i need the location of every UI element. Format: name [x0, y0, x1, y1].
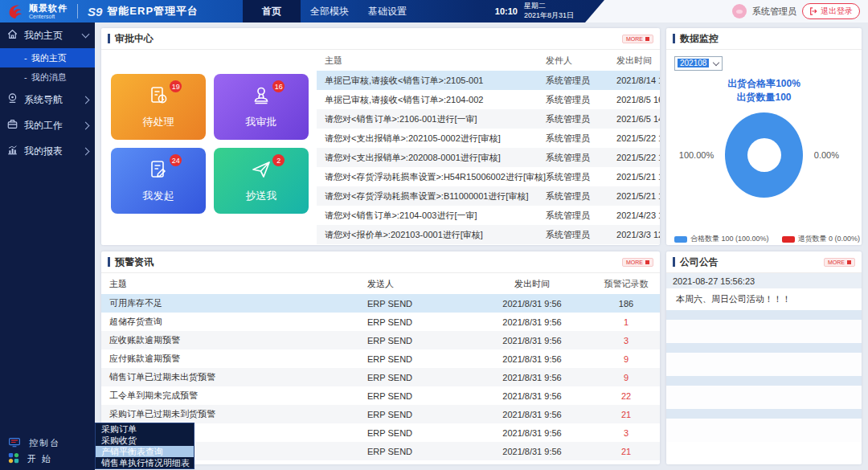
- company-name-en: Centersoft: [29, 14, 68, 19]
- announcements-panel-title: 公司公告: [680, 255, 824, 269]
- approval-row[interactable]: 请您对<销售订单>:2104-003进行[一审]系统管理员2021/4/23 1…: [317, 206, 660, 225]
- approval-tile-1[interactable]: 我审批16: [214, 74, 309, 140]
- warning-time: 2021/8/31 9:56: [472, 317, 592, 327]
- sidebar-subitem-0-0[interactable]: 我的主页: [0, 48, 95, 67]
- sidebar-item-2[interactable]: 我的工作: [0, 112, 95, 138]
- nav-tab-1[interactable]: 全部模块: [301, 0, 358, 22]
- sidebar-item-3[interactable]: 我的报表: [0, 138, 95, 164]
- sidebar-footer-0[interactable]: 控制台: [0, 435, 95, 451]
- company-name: 顺景软件: [29, 4, 68, 13]
- approval-row[interactable]: 请您对<存货浮动耗损率设置>:B11000001进行[审核]系统管理员2021/…: [317, 186, 660, 206]
- pass-rate-text: 出货合格率100%: [674, 77, 854, 91]
- warning-subject: 可用库存不足: [101, 297, 367, 309]
- data-monitor-panel: 数据监控 202108 出货合格率100% 出货数量100 100.00% 0.…: [666, 28, 862, 245]
- donut-chart: [725, 112, 803, 198]
- warning-row[interactable]: 工令单到期未完成预警ERP SEND2021/8/31 9:5622: [101, 386, 660, 405]
- monitor-panel-title: 数据监控: [680, 32, 855, 46]
- doc-clock-icon: [147, 84, 170, 110]
- logout-button[interactable]: 退出登录: [802, 3, 860, 19]
- approval-tiles: 待处理19我审批16我发起24抄送我2: [101, 50, 317, 245]
- avatar[interactable]: [732, 4, 747, 18]
- approval-subject: 请您对<销售订单>:2104-003进行[一审]: [317, 210, 546, 222]
- warning-row[interactable]: 应收账款逾期预警ERP SEND2021/8/31 9:563: [101, 331, 660, 349]
- sidebar-subitem-0-1[interactable]: 我的消息: [0, 67, 95, 87]
- sidebar-item-label: 我的工作: [24, 119, 77, 133]
- approval-row[interactable]: 单据已审核,请接收<销售订单>:2105-001系统管理员2021/8/14 1…: [317, 71, 660, 90]
- logout-label: 退出登录: [821, 6, 853, 17]
- nav-tab-2[interactable]: 基础设置: [358, 0, 416, 22]
- warning-time: 2021/8/31 9:56: [472, 354, 592, 364]
- approval-row[interactable]: 请您对<支出报销单>:202008-0001进行[审核]系统管理员2021/5/…: [317, 148, 660, 167]
- warning-sender: ERP SEND: [367, 317, 472, 327]
- warning-row[interactable]: 采购订单已过期未到货预警ERP SEND2021/8/31 9:5621: [101, 405, 660, 423]
- legend-item-1: 退货数量 0 (0.00%): [782, 234, 861, 244]
- brand-divider: [77, 4, 78, 18]
- announcements-panel-header: 公司公告 MORE: [666, 251, 862, 273]
- warning-subject: 销售订单已过期未出货预警: [101, 371, 367, 383]
- approval-table-header: 主题发件人发出时间: [317, 50, 660, 71]
- ship-qty-text: 出货数量100: [674, 91, 854, 104]
- approval-subject: 单据已审核,请接收<销售订单>:2104-002: [317, 94, 546, 106]
- approval-time: 2021/5/21 16:13: [616, 172, 660, 182]
- brand: 顺景软件 Centersoft S9 智能ERP管理平台: [0, 2, 199, 20]
- start-menu-item-0[interactable]: 采购订单: [96, 423, 194, 435]
- more-label: MORE: [828, 260, 845, 265]
- date: 2021年8月31日: [524, 11, 574, 21]
- announcements-more-button[interactable]: MORE: [824, 258, 855, 267]
- warning-sender: ERP SEND: [367, 428, 472, 438]
- approval-more-button[interactable]: MORE: [622, 35, 653, 43]
- weekday: 星期二: [524, 2, 574, 11]
- chevron-down-icon: [713, 59, 719, 65]
- start-menu-item-3[interactable]: 销售单执行情况明细表: [96, 457, 194, 468]
- nav-tab-0[interactable]: 首页: [243, 0, 301, 22]
- warning-row[interactable]: 可用库存不足ERP SEND2021/8/31 9:56186: [101, 294, 660, 313]
- warnings-table-header: 主题发送人发出时间预警记录数: [101, 273, 660, 294]
- start-menu-item-1[interactable]: 采购收货: [96, 435, 194, 446]
- approval-row[interactable]: 单据已审核,请接收<销售订单>:2104-002系统管理员2021/8/5 16…: [317, 90, 660, 109]
- column-header: 主题: [317, 55, 546, 67]
- approval-row[interactable]: 请您对<销售订单>:2106-001进行[一审]系统管理员2021/6/5 14…: [317, 109, 660, 129]
- start-menu-item-2[interactable]: 产销平衡表查询: [96, 446, 194, 457]
- approval-row[interactable]: 请您对<存货浮动耗损率设置>:H54R15006002进行[审核]系统管理员20…: [317, 167, 660, 186]
- warning-row[interactable]: 销售订单已过期未出货预警ERP SEND2021/8/31 9:569: [101, 368, 660, 386]
- warning-subject: 工令单到期未完成预警: [101, 390, 367, 402]
- approval-row[interactable]: 请您对<支出报销单>:202105-0002进行[审核]系统管理员2021/5/…: [317, 129, 660, 148]
- sidebar-item-1[interactable]: 系统导航: [0, 87, 95, 112]
- approval-table: 主题发件人发出时间 单据已审核,请接收<销售订单>:2105-001系统管理员2…: [317, 50, 660, 245]
- chevron-down-icon: [82, 31, 90, 39]
- approval-tile-2[interactable]: 我发起24: [111, 148, 206, 214]
- warning-row[interactable]: 应付账款逾期预警ERP SEND2021/8/31 9:569: [101, 349, 660, 368]
- column-header: 发出时间: [616, 55, 660, 67]
- tile-badge: 19: [170, 80, 182, 92]
- approval-time: 2021/8/5 16:38: [616, 95, 660, 104]
- logout-icon: [809, 7, 817, 15]
- title-accent: [673, 34, 675, 43]
- sidebar: 我的主页我的主页我的消息系统导航我的工作我的报表 控制台开 始: [0, 22, 95, 470]
- approval-time: 2021/5/22 16:39: [616, 153, 660, 162]
- warning-subject: 采购订单已过期未到货预警: [101, 408, 367, 420]
- approval-sender: 系统管理员: [546, 75, 616, 87]
- sidebar-footer-label: 开 始: [27, 453, 52, 465]
- chart-legend: 合格数量 100 (100.00%)退货数量 0 (0.00%): [674, 234, 860, 244]
- monitor-headlines: 出货合格率100% 出货数量100: [674, 77, 854, 104]
- approval-sender: 系统管理员: [546, 133, 616, 145]
- announcement-item[interactable]: 2021-08-27 15:56:23本周六、周日公司活动！！！: [666, 273, 862, 310]
- sidebar-footer-1[interactable]: 开 始: [0, 451, 95, 467]
- warnings-panel-header: 预警资讯 MORE: [101, 251, 660, 273]
- sidebar-item-0[interactable]: 我的主页: [0, 22, 95, 48]
- warnings-more-button[interactable]: MORE: [622, 258, 653, 267]
- warning-row[interactable]: 超储存货查询ERP SEND2021/8/31 9:561: [101, 313, 660, 331]
- approval-row[interactable]: 请您对<报价单>:202103-0001进行[审核]系统管理员2021/3/3 …: [317, 225, 660, 244]
- announcement-text: 本周六、周日公司活动！！！: [666, 288, 862, 310]
- chevron-right-icon: [82, 147, 90, 155]
- approval-tile-0[interactable]: 待处理19: [111, 74, 206, 140]
- month-select-value: 202108: [678, 59, 709, 67]
- month-select[interactable]: 202108: [674, 56, 723, 71]
- approval-subject: 请您对<支出报销单>:202105-0002进行[审核]: [317, 133, 546, 145]
- warning-time: 2021/8/31 9:56: [472, 410, 592, 419]
- column-header: 发出时间: [472, 278, 592, 290]
- approval-tile-3[interactable]: 抄送我2: [214, 148, 309, 214]
- announcement-empty-bar: [666, 310, 862, 320]
- more-icon: [645, 37, 649, 41]
- top-header: 顺景软件 Centersoft S9 智能ERP管理平台 首页全部模块基础设置 …: [0, 0, 868, 22]
